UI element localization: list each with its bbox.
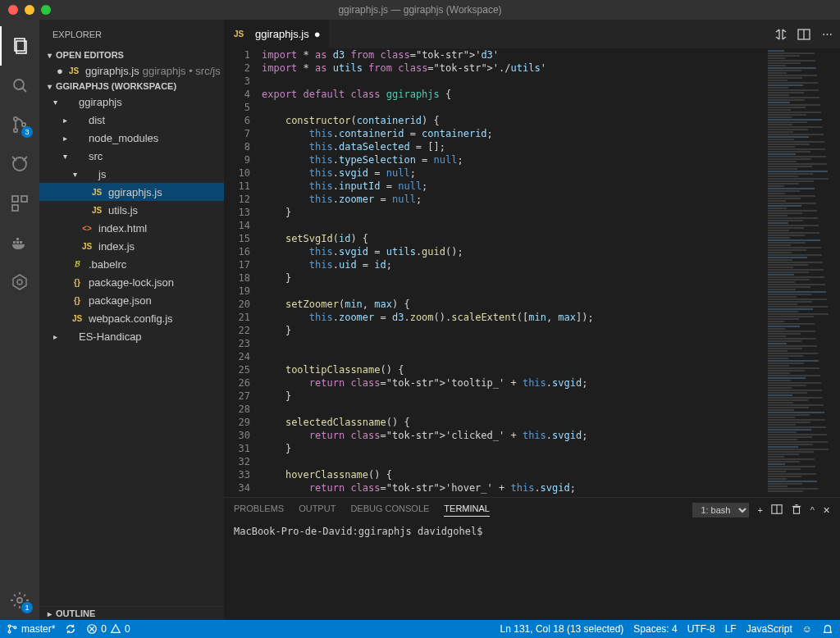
tree-item[interactable]: ▸node_modules (39, 129, 224, 147)
new-terminal-icon[interactable]: + (757, 505, 762, 515)
debug-icon[interactable] (0, 144, 39, 184)
tree-item[interactable]: ▾js (39, 165, 224, 183)
panel-tab-debug-console[interactable]: DEBUG CONSOLE (350, 504, 429, 517)
explorer-icon[interactable] (0, 26, 39, 66)
eol-status[interactable]: LF (725, 623, 737, 635)
chevron-right-icon[interactable]: ▸ (49, 332, 61, 341)
minimize-window-icon[interactable] (25, 5, 34, 15)
workspace-section[interactable]: ▾ GGIRAPHJS (WORKSPACE) (39, 80, 224, 93)
tree-item-label: js (98, 168, 106, 180)
close-panel-icon[interactable]: ✕ (823, 505, 830, 516)
tree-item[interactable]: JSutils.js (39, 201, 224, 219)
source-control-icon[interactable]: 3 (0, 105, 39, 144)
language-mode[interactable]: JavaScript (746, 623, 792, 635)
open-editor-path: ggiraphjs • src/js (143, 65, 221, 77)
svg-rect-24 (793, 507, 799, 513)
svg-point-18 (17, 280, 22, 285)
tree-item[interactable]: {}package-lock.json (39, 273, 224, 291)
chevron-down-icon[interactable]: ▾ (49, 98, 61, 107)
tree-item[interactable]: JSwebpack.config.js (39, 309, 224, 327)
code-content[interactable]: import * as d3 from class="tok-str">'d3'… (262, 48, 766, 497)
tree-item-label: node_modules (89, 132, 158, 144)
folder-icon (71, 149, 84, 162)
svg-rect-10 (12, 196, 18, 202)
tree-item[interactable]: {}package.json (39, 291, 224, 309)
tree-item[interactable]: ▸dist (39, 111, 224, 129)
git-branch[interactable]: master* (7, 623, 55, 635)
terminal-prompt: MacBook-Pro-de-David:ggiraphjs davidgohe… (234, 526, 482, 537)
open-editors-section[interactable]: ▾ OPEN EDITORS (39, 48, 224, 62)
tree-item[interactable]: 𝓑.babelrc (39, 255, 224, 273)
svg-point-27 (8, 625, 11, 627)
code-editor[interactable]: 1234567891011121314151617181920212223242… (224, 48, 766, 497)
js-file-icon: JS (232, 28, 245, 41)
terminal-output[interactable]: MacBook-Pro-de-David:ggiraphjs davidgohe… (224, 522, 840, 620)
dirty-indicator-icon[interactable]: ● (54, 65, 66, 77)
docker-icon[interactable] (0, 223, 39, 262)
kill-terminal-icon[interactable] (791, 504, 802, 517)
svg-rect-15 (20, 241, 22, 244)
tree-item[interactable]: ▾src (39, 147, 224, 165)
problems-status[interactable]: 0 0 (86, 623, 130, 635)
chevron-down-icon: ▾ (44, 82, 54, 91)
editor-tab[interactable]: JS ggiraphjs.js ● (224, 20, 330, 48)
compare-icon[interactable] (774, 28, 788, 41)
outline-section[interactable]: ▸ OUTLINE (39, 606, 224, 620)
js-icon: JS (80, 239, 94, 253)
more-icon[interactable]: ⋯ (820, 28, 833, 41)
terminal-selector[interactable]: 1: bash (692, 503, 749, 517)
html-icon: <> (80, 221, 94, 235)
chevron-right-icon: ▸ (44, 609, 54, 618)
outline-label: OUTLINE (56, 608, 95, 618)
error-count: 0 (101, 623, 107, 635)
minimap[interactable] (766, 48, 840, 497)
tree-item[interactable]: ▸ES-Handicap (39, 327, 224, 345)
tree-item[interactable]: ▾ggiraphjs (39, 93, 224, 111)
svg-point-19 (17, 598, 22, 603)
panel-tab-output[interactable]: OUTPUT (299, 504, 336, 517)
search-icon[interactable] (0, 66, 39, 105)
dirty-indicator-icon[interactable]: ● (314, 28, 321, 40)
split-editor-icon[interactable] (797, 28, 810, 41)
maximize-window-icon[interactable] (41, 5, 51, 15)
explorer-sidebar: EXPLORER ▾ OPEN EDITORS ● JS ggiraphjs.j… (39, 20, 224, 620)
notifications-icon[interactable] (822, 623, 833, 635)
cursor-position[interactable]: Ln 131, Col 18 (13 selected) (500, 623, 624, 635)
js-icon: JS (90, 203, 103, 216)
svg-point-2 (14, 80, 24, 89)
extensions-icon[interactable] (0, 184, 39, 223)
indentation-status[interactable]: Spaces: 4 (633, 623, 677, 635)
tree-item[interactable]: JSggiraphjs.js (39, 183, 224, 201)
bottom-panel: PROBLEMSOUTPUTDEBUG CONSOLETERMINAL 1: b… (224, 497, 840, 620)
tree-item-label: utils.js (108, 204, 138, 216)
chevron-down-icon[interactable]: ▾ (59, 152, 71, 161)
feedback-icon[interactable]: ☺ (802, 623, 812, 635)
panel-tab-problems[interactable]: PROBLEMS (234, 504, 284, 517)
chevron-down-icon[interactable]: ▾ (69, 170, 80, 179)
open-editors-label: OPEN EDITORS (56, 50, 124, 60)
split-terminal-icon[interactable] (771, 504, 783, 517)
tab-actions: ⋯ (774, 20, 840, 48)
tree-item[interactable]: JSindex.js (39, 237, 224, 255)
tree-item-label: index.html (98, 222, 147, 235)
close-window-icon[interactable] (8, 5, 18, 15)
chevron-right-icon[interactable]: ▸ (59, 134, 71, 143)
open-editor-item[interactable]: ● JS ggiraphjs.js ggiraphjs • src/js (39, 62, 224, 80)
tree-item-label: src (89, 150, 103, 162)
maximize-panel-icon[interactable]: ^ (810, 505, 815, 515)
svg-rect-16 (16, 238, 19, 240)
tree-item-label: dist (89, 114, 105, 126)
settings-icon[interactable]: 1 (0, 581, 39, 620)
tree-item[interactable]: <>index.html (39, 219, 224, 237)
folder-icon (71, 131, 84, 144)
chevron-right-icon[interactable]: ▸ (59, 116, 71, 125)
sync-status[interactable] (65, 623, 76, 635)
tree-item-label: ggiraphjs.js (108, 186, 162, 198)
panel-tab-terminal[interactable]: TERMINAL (444, 504, 490, 517)
tree-item-label: package-lock.json (89, 276, 174, 289)
open-editor-name: ggiraphjs.js (85, 65, 139, 77)
warning-count: 0 (125, 623, 130, 635)
kubernetes-icon[interactable] (0, 262, 39, 302)
encoding-status[interactable]: UTF-8 (687, 623, 715, 635)
title-bar: ggiraphjs.js — ggiraphjs (Workspace) (0, 0, 840, 20)
